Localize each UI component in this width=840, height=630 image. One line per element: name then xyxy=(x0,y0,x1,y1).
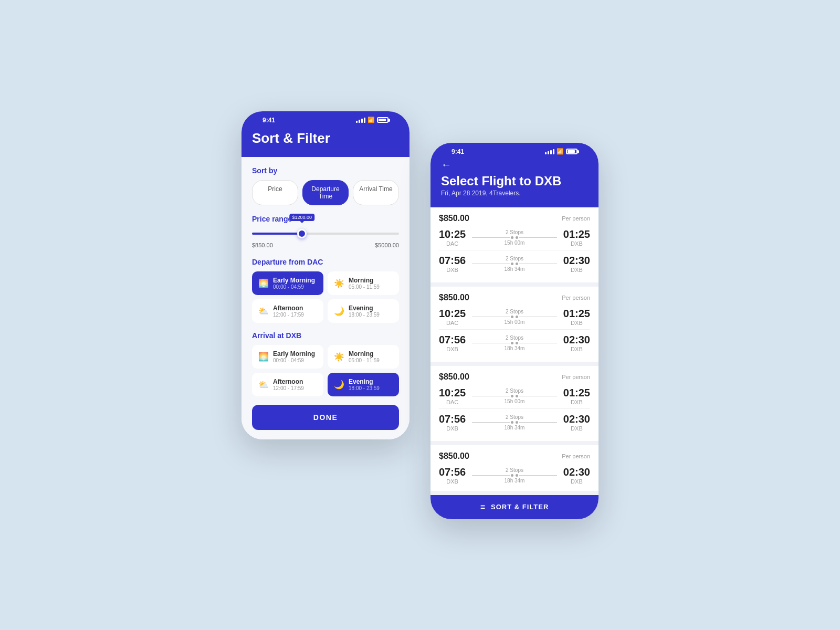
dep-time-4-1: 07:56 xyxy=(439,466,466,478)
phones-container: 9:41 📶 Sort & Filter xyxy=(242,111,598,519)
dep-early-morning[interactable]: 🌅 Early Morning 00:00 - 04:59 xyxy=(252,271,323,295)
price-3: $850.00 xyxy=(439,372,469,382)
signal-icon xyxy=(356,118,365,123)
duration-1-2: 18h 34m xyxy=(505,266,525,272)
arr-afternoon[interactable]: ⛅ Afternoon 12:00 - 17:59 xyxy=(252,373,323,396)
dep-morning-name: Morning xyxy=(349,277,380,284)
arr-time-1-2: 02:30 xyxy=(563,255,590,267)
stops-1-1: 2 Stops xyxy=(506,229,523,235)
arrival-grid: 🌅 Early Morning 00:00 - 04:59 ☀️ Morning… xyxy=(252,345,399,396)
stops-2-2: 2 Stops xyxy=(506,335,523,341)
price-slider[interactable]: $1200.00 xyxy=(252,228,399,239)
dep-time-3-2: 07:56 xyxy=(439,413,466,425)
arr-code-3-1: DXB xyxy=(563,399,590,405)
price-min: $850.00 xyxy=(252,242,273,248)
left-body: Sort by Price Departure Time Arrival Tim… xyxy=(242,157,410,439)
flight-leg-3-2: 07:56 DXB 2 Stops 18h 34m xyxy=(439,413,590,432)
status-bar-right: 9:41 📶 xyxy=(441,143,588,159)
arr-afternoon-icon: ⛅ xyxy=(258,380,269,390)
sort-filter-bar[interactable]: ≡ SORT & FILTER xyxy=(430,495,598,519)
dep-afternoon[interactable]: ⛅ Afternoon 12:00 - 17:59 xyxy=(252,299,323,323)
sort-filter-phone: 9:41 📶 Sort & Filter xyxy=(242,111,410,439)
wifi-icon-right: 📶 xyxy=(556,148,564,155)
evening-icon-dep: 🌙 xyxy=(334,306,344,316)
arr-code-2-1: DXB xyxy=(563,320,590,326)
filter-lines-icon: ≡ xyxy=(480,502,486,512)
arr-time-3-2: 02:30 xyxy=(563,413,590,425)
dep-evening-name: Evening xyxy=(349,304,380,312)
dep-morning[interactable]: ☀️ Morning 05:00 - 11:59 xyxy=(328,271,399,295)
back-button[interactable]: ← xyxy=(441,159,452,171)
price-range-label: Price range xyxy=(252,215,399,223)
duration-3-2: 18h 34m xyxy=(505,425,525,430)
arr-evening[interactable]: 🌙 Evening 18:00 - 23:59 xyxy=(328,373,399,396)
slider-fill xyxy=(252,233,302,235)
sort-by-label: Sort by xyxy=(252,166,399,175)
arr-afternoon-name: Afternoon xyxy=(273,378,304,385)
arr-early-morning-range: 00:00 - 04:59 xyxy=(273,358,315,363)
flight-card-2[interactable]: $850.00 Per person 10:25 DAC 2 Stops xyxy=(430,287,598,362)
flight-card-3[interactable]: $850.00 Per person 10:25 DAC 2 Stops xyxy=(430,366,598,441)
dep-code-2-1: DAC xyxy=(439,320,466,326)
stops-4-1: 2 Stops xyxy=(506,467,523,473)
slider-thumb[interactable] xyxy=(297,229,307,238)
dep-code-2-2: DXB xyxy=(439,346,466,352)
dep-time-2-1: 10:25 xyxy=(439,308,466,320)
duration-3-1: 15h 00m xyxy=(505,398,525,404)
arr-code-4-1: DXB xyxy=(563,478,590,485)
morning-icon: ☀️ xyxy=(334,278,344,288)
dep-code-3-1: DAC xyxy=(439,399,466,405)
sort-btn-arrival[interactable]: Arrival Time xyxy=(353,180,399,205)
dep-evening-range: 18:00 - 23:59 xyxy=(349,312,380,318)
arr-early-morning-name: Early Morning xyxy=(273,350,315,358)
sort-btn-price[interactable]: Price xyxy=(252,180,298,205)
done-button[interactable]: DONE xyxy=(252,405,399,430)
status-icons-left: 📶 xyxy=(356,117,388,123)
arr-code-1-1: DXB xyxy=(563,240,590,247)
arrival-label: Arrival at DXB xyxy=(252,331,399,340)
arr-time-4-1: 02:30 xyxy=(563,466,590,478)
flight-card-1[interactable]: $850.00 Per person 10:25 DAC 2 Stops xyxy=(430,207,598,282)
dep-time-3-1: 10:25 xyxy=(439,387,466,399)
flight-list: $850.00 Per person 10:25 DAC 2 Stops xyxy=(430,207,598,495)
status-icons-right: 📶 xyxy=(545,148,578,155)
price-max: $5000.00 xyxy=(375,242,399,248)
flight-card-4[interactable]: $850.00 Per person 07:56 DXB 2 Stops xyxy=(430,445,598,491)
arr-morning[interactable]: ☀️ Morning 05:00 - 11:59 xyxy=(328,345,399,369)
dep-time-1-1: 10:25 xyxy=(439,228,466,240)
arr-code-3-2: DXB xyxy=(563,425,590,432)
sort-buttons: Price Departure Time Arrival Time xyxy=(252,180,399,205)
time-left: 9:41 xyxy=(262,117,275,124)
dep-code-1-1: DAC xyxy=(439,240,466,247)
battery-icon xyxy=(377,117,388,123)
arr-early-morning-icon: 🌅 xyxy=(258,352,269,362)
flight-leg-1-2: 07:56 DXB 2 Stops 18h 34m xyxy=(439,255,590,273)
signal-icon-right xyxy=(545,149,554,154)
stops-3-1: 2 Stops xyxy=(506,388,523,394)
dep-code-3-2: DXB xyxy=(439,425,466,432)
dep-early-morning-name: Early Morning xyxy=(273,277,315,284)
dep-code-4-1: DXB xyxy=(439,478,466,485)
price-labels: $850.00 $5000.00 xyxy=(252,242,399,248)
left-header: 9:41 📶 Sort & Filter xyxy=(242,111,410,157)
flight-leg-3-1: 10:25 DAC 2 Stops 15h 00m xyxy=(439,387,590,405)
duration-4-1: 18h 34m xyxy=(505,478,525,484)
page-title-left: Sort & Filter xyxy=(252,127,399,146)
per-person-1: Per person xyxy=(562,215,590,222)
flight-leg-4-1: 07:56 DXB 2 Stops 18h 34m xyxy=(439,466,590,485)
sort-filter-label: SORT & FILTER xyxy=(491,503,549,511)
arr-code-2-2: DXB xyxy=(563,346,590,352)
arr-time-2-2: 02:30 xyxy=(563,334,590,346)
dep-afternoon-name: Afternoon xyxy=(273,304,304,312)
departure-grid: 🌅 Early Morning 00:00 - 04:59 ☀️ Morning… xyxy=(252,271,399,323)
arr-time-1-1: 01:25 xyxy=(563,228,590,240)
early-morning-icon: 🌅 xyxy=(258,278,269,288)
stops-3-2: 2 Stops xyxy=(506,414,523,420)
sort-btn-departure[interactable]: Departure Time xyxy=(302,180,349,205)
departure-label: Departure from DAC xyxy=(252,258,399,266)
stops-1-2: 2 Stops xyxy=(506,256,523,261)
slider-track xyxy=(252,233,399,235)
arr-early-morning[interactable]: 🌅 Early Morning 00:00 - 04:59 xyxy=(252,345,323,369)
duration-1-1: 15h 00m xyxy=(505,240,525,246)
dep-evening[interactable]: 🌙 Evening 18:00 - 23:59 xyxy=(328,299,399,323)
